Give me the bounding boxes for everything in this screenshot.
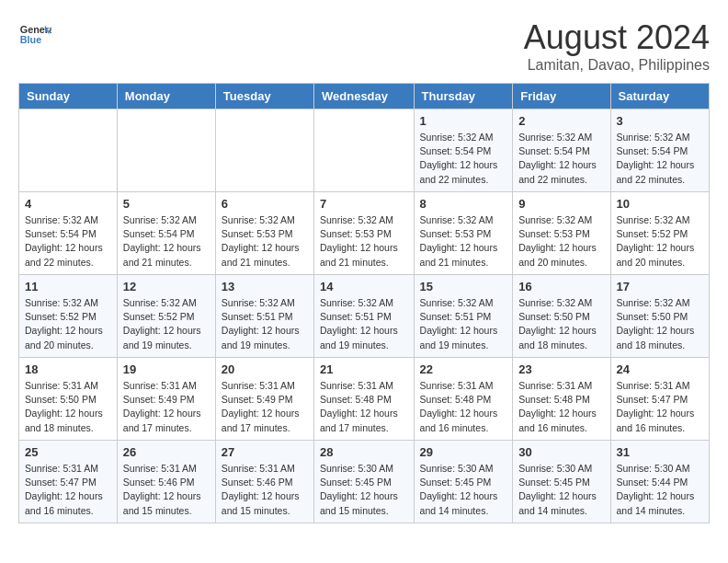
day-number: 25 bbox=[25, 445, 111, 459]
day-number: 9 bbox=[518, 197, 604, 211]
day-info: Sunrise: 5:31 AM Sunset: 5:46 PM Dayligh… bbox=[222, 462, 308, 518]
day-info: Sunrise: 5:32 AM Sunset: 5:51 PM Dayligh… bbox=[222, 296, 308, 352]
day-number: 31 bbox=[617, 445, 703, 459]
day-number: 20 bbox=[222, 362, 308, 376]
weekday-header: Sunday bbox=[19, 84, 118, 109]
calendar-cell: 10Sunrise: 5:32 AM Sunset: 5:52 PM Dayli… bbox=[610, 192, 709, 275]
day-number: 27 bbox=[222, 445, 308, 459]
day-number: 5 bbox=[123, 197, 210, 211]
day-info: Sunrise: 5:32 AM Sunset: 5:53 PM Dayligh… bbox=[518, 213, 604, 270]
day-info: Sunrise: 5:31 AM Sunset: 5:50 PM Dayligh… bbox=[25, 379, 111, 435]
calendar-cell: 14Sunrise: 5:32 AM Sunset: 5:51 PM Dayli… bbox=[314, 275, 415, 358]
calendar-cell: 16Sunrise: 5:32 AM Sunset: 5:50 PM Dayli… bbox=[513, 275, 610, 358]
month-title: August 2024 bbox=[524, 18, 710, 57]
calendar-body: 1Sunrise: 5:32 AM Sunset: 5:54 PM Daylig… bbox=[19, 109, 710, 523]
day-info: Sunrise: 5:31 AM Sunset: 5:49 PM Dayligh… bbox=[222, 379, 308, 435]
day-number: 14 bbox=[320, 280, 408, 293]
calendar-cell bbox=[314, 109, 415, 192]
day-number: 28 bbox=[320, 445, 408, 459]
logo-icon: General Blue bbox=[18, 18, 51, 52]
day-number: 16 bbox=[518, 280, 604, 293]
day-number: 11 bbox=[25, 280, 111, 293]
day-info: Sunrise: 5:32 AM Sunset: 5:53 PM Dayligh… bbox=[320, 213, 408, 270]
calendar-cell: 11Sunrise: 5:32 AM Sunset: 5:52 PM Dayli… bbox=[19, 275, 118, 358]
day-info: Sunrise: 5:31 AM Sunset: 5:48 PM Dayligh… bbox=[518, 379, 604, 435]
day-info: Sunrise: 5:32 AM Sunset: 5:54 PM Dayligh… bbox=[420, 131, 507, 187]
calendar-cell: 22Sunrise: 5:31 AM Sunset: 5:48 PM Dayli… bbox=[414, 358, 513, 441]
calendar-cell: 8Sunrise: 5:32 AM Sunset: 5:53 PM Daylig… bbox=[414, 192, 513, 275]
calendar-cell: 12Sunrise: 5:32 AM Sunset: 5:52 PM Dayli… bbox=[117, 275, 215, 358]
day-number: 2 bbox=[518, 114, 604, 128]
calendar-header-row: SundayMondayTuesdayWednesdayThursdayFrid… bbox=[19, 84, 710, 109]
day-number: 4 bbox=[25, 197, 111, 211]
calendar-cell: 15Sunrise: 5:32 AM Sunset: 5:51 PM Dayli… bbox=[414, 275, 513, 358]
weekday-header: Friday bbox=[513, 84, 610, 109]
day-number: 19 bbox=[123, 362, 210, 376]
day-number: 6 bbox=[222, 197, 308, 211]
day-info: Sunrise: 5:31 AM Sunset: 5:47 PM Dayligh… bbox=[617, 379, 703, 435]
calendar-cell: 5Sunrise: 5:32 AM Sunset: 5:54 PM Daylig… bbox=[117, 192, 215, 275]
day-info: Sunrise: 5:31 AM Sunset: 5:47 PM Dayligh… bbox=[25, 462, 111, 518]
calendar-cell: 1Sunrise: 5:32 AM Sunset: 5:54 PM Daylig… bbox=[414, 109, 513, 192]
calendar-week-row: 1Sunrise: 5:32 AM Sunset: 5:54 PM Daylig… bbox=[19, 109, 710, 192]
day-number: 24 bbox=[617, 362, 703, 376]
calendar-cell: 4Sunrise: 5:32 AM Sunset: 5:54 PM Daylig… bbox=[19, 192, 118, 275]
day-info: Sunrise: 5:32 AM Sunset: 5:50 PM Dayligh… bbox=[518, 296, 604, 352]
calendar-week-row: 25Sunrise: 5:31 AM Sunset: 5:47 PM Dayli… bbox=[19, 441, 710, 523]
day-info: Sunrise: 5:32 AM Sunset: 5:52 PM Dayligh… bbox=[617, 213, 703, 270]
day-info: Sunrise: 5:31 AM Sunset: 5:48 PM Dayligh… bbox=[320, 379, 408, 435]
day-info: Sunrise: 5:30 AM Sunset: 5:45 PM Dayligh… bbox=[320, 462, 408, 518]
calendar-week-row: 18Sunrise: 5:31 AM Sunset: 5:50 PM Dayli… bbox=[19, 358, 710, 441]
svg-text:Blue: Blue bbox=[20, 34, 41, 45]
calendar-cell: 21Sunrise: 5:31 AM Sunset: 5:48 PM Dayli… bbox=[314, 358, 415, 441]
day-info: Sunrise: 5:32 AM Sunset: 5:52 PM Dayligh… bbox=[25, 296, 111, 352]
logo: General Blue bbox=[18, 18, 51, 52]
calendar-cell: 3Sunrise: 5:32 AM Sunset: 5:54 PM Daylig… bbox=[610, 109, 709, 192]
weekday-header: Monday bbox=[117, 84, 215, 109]
day-number: 18 bbox=[25, 362, 111, 376]
calendar-cell: 2Sunrise: 5:32 AM Sunset: 5:54 PM Daylig… bbox=[513, 109, 610, 192]
day-info: Sunrise: 5:32 AM Sunset: 5:52 PM Dayligh… bbox=[123, 296, 210, 352]
day-number: 22 bbox=[420, 362, 507, 376]
day-number: 3 bbox=[617, 114, 703, 128]
day-number: 15 bbox=[420, 280, 507, 293]
day-info: Sunrise: 5:32 AM Sunset: 5:53 PM Dayligh… bbox=[420, 213, 507, 270]
day-number: 12 bbox=[123, 280, 210, 293]
title-block: August 2024 Lamitan, Davao, Philippines bbox=[524, 18, 710, 74]
day-number: 26 bbox=[123, 445, 210, 459]
calendar-cell: 7Sunrise: 5:32 AM Sunset: 5:53 PM Daylig… bbox=[314, 192, 415, 275]
calendar-cell: 25Sunrise: 5:31 AM Sunset: 5:47 PM Dayli… bbox=[19, 441, 118, 523]
day-info: Sunrise: 5:32 AM Sunset: 5:54 PM Dayligh… bbox=[123, 213, 210, 270]
calendar-cell: 18Sunrise: 5:31 AM Sunset: 5:50 PM Dayli… bbox=[19, 358, 118, 441]
day-info: Sunrise: 5:30 AM Sunset: 5:44 PM Dayligh… bbox=[617, 462, 703, 518]
day-number: 10 bbox=[617, 197, 703, 211]
calendar-cell bbox=[215, 109, 313, 192]
day-number: 23 bbox=[518, 362, 604, 376]
day-info: Sunrise: 5:31 AM Sunset: 5:48 PM Dayligh… bbox=[420, 379, 507, 435]
calendar-week-row: 11Sunrise: 5:32 AM Sunset: 5:52 PM Dayli… bbox=[19, 275, 710, 358]
weekday-header: Thursday bbox=[414, 84, 513, 109]
day-number: 13 bbox=[222, 280, 308, 293]
calendar-cell: 27Sunrise: 5:31 AM Sunset: 5:46 PM Dayli… bbox=[215, 441, 313, 523]
day-number: 30 bbox=[518, 445, 604, 459]
calendar-cell: 31Sunrise: 5:30 AM Sunset: 5:44 PM Dayli… bbox=[610, 441, 709, 523]
day-number: 7 bbox=[320, 197, 408, 211]
calendar-cell: 19Sunrise: 5:31 AM Sunset: 5:49 PM Dayli… bbox=[117, 358, 215, 441]
calendar-cell: 6Sunrise: 5:32 AM Sunset: 5:53 PM Daylig… bbox=[215, 192, 313, 275]
day-info: Sunrise: 5:30 AM Sunset: 5:45 PM Dayligh… bbox=[420, 462, 507, 518]
day-number: 8 bbox=[420, 197, 507, 211]
day-info: Sunrise: 5:32 AM Sunset: 5:53 PM Dayligh… bbox=[222, 213, 308, 270]
day-info: Sunrise: 5:31 AM Sunset: 5:46 PM Dayligh… bbox=[123, 462, 210, 518]
day-number: 1 bbox=[420, 114, 507, 128]
day-info: Sunrise: 5:30 AM Sunset: 5:45 PM Dayligh… bbox=[518, 462, 604, 518]
day-number: 29 bbox=[420, 445, 507, 459]
day-info: Sunrise: 5:32 AM Sunset: 5:54 PM Dayligh… bbox=[518, 131, 604, 187]
weekday-header: Wednesday bbox=[314, 84, 415, 109]
calendar-cell: 26Sunrise: 5:31 AM Sunset: 5:46 PM Dayli… bbox=[117, 441, 215, 523]
day-info: Sunrise: 5:32 AM Sunset: 5:51 PM Dayligh… bbox=[320, 296, 408, 352]
calendar-cell: 29Sunrise: 5:30 AM Sunset: 5:45 PM Dayli… bbox=[414, 441, 513, 523]
day-info: Sunrise: 5:31 AM Sunset: 5:49 PM Dayligh… bbox=[123, 379, 210, 435]
calendar-cell: 13Sunrise: 5:32 AM Sunset: 5:51 PM Dayli… bbox=[215, 275, 313, 358]
calendar-cell: 20Sunrise: 5:31 AM Sunset: 5:49 PM Dayli… bbox=[215, 358, 313, 441]
calendar-cell: 23Sunrise: 5:31 AM Sunset: 5:48 PM Dayli… bbox=[513, 358, 610, 441]
